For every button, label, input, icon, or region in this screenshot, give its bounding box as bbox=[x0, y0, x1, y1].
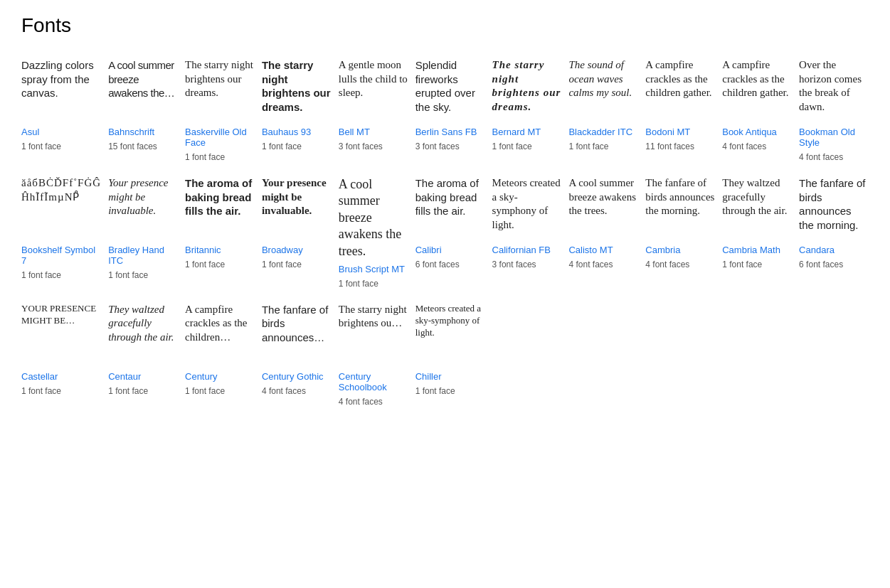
font-faces-centaur: 1 font face bbox=[108, 386, 178, 396]
font-card-britannic: The aroma of baking bread fills the air.… bbox=[185, 176, 255, 289]
font-preview-text-broadway: Your presence might be invaluable. bbox=[262, 176, 332, 218]
font-faces-bookshelf-symbol-7: 1 font face bbox=[21, 270, 101, 280]
font-name-link-berlin-sans-fb[interactable]: Berlin Sans FB bbox=[415, 127, 485, 137]
font-name-link-century[interactable]: Century bbox=[185, 371, 255, 382]
font-faces-century-gothic: 4 font faces bbox=[262, 386, 332, 396]
font-name-link-cambria[interactable]: Cambria bbox=[645, 245, 715, 255]
font-name-link-britannic[interactable]: Britannic bbox=[185, 245, 255, 255]
font-preview-text-century-gothic: The fanfare of birds announces… bbox=[262, 303, 332, 345]
font-preview-text-baskerville-old-face: The starry night brightens our dreams. bbox=[185, 58, 255, 100]
font-preview-bauhaus-93: The starry night brightens our dreams. bbox=[262, 58, 332, 122]
font-name-link-blackadder-itc[interactable]: Blackadder ITC bbox=[568, 127, 638, 137]
font-faces-blackadder-itc: 1 font face bbox=[568, 141, 638, 151]
font-name-link-brush-script-mt[interactable]: Brush Script MT bbox=[339, 264, 408, 274]
font-card-bodoni-mt: A campfire crackles as the children gath… bbox=[645, 58, 715, 162]
font-name-link-chiller[interactable]: Chiller bbox=[415, 371, 485, 382]
font-preview-text-asul: Dazzling colors spray from the canvas. bbox=[21, 58, 101, 100]
font-card-book-antiqua: A campfire crackles as the children gath… bbox=[722, 58, 792, 162]
font-faces-calisto-mt: 4 font faces bbox=[568, 260, 638, 269]
font-faces-cambria-math: 1 font face bbox=[722, 260, 792, 269]
font-name-link-bodoni-mt[interactable]: Bodoni MT bbox=[645, 127, 715, 137]
font-name-link-cambria-math[interactable]: Cambria Math bbox=[722, 245, 792, 255]
font-card-berlin-sans-fb: Splendid fireworks erupted over the sky.… bbox=[415, 58, 485, 162]
font-card-calibri: The aroma of baking bread fills the air.… bbox=[415, 176, 485, 289]
font-preview-century-schoolbook: The starry night brightens ou… bbox=[339, 303, 408, 367]
font-preview-text-bahnschrift: A cool summer breeze awakens the… bbox=[108, 58, 178, 100]
font-preview-broadway: Your presence might be invaluable. bbox=[262, 176, 332, 240]
font-faces-calibri: 6 font faces bbox=[415, 260, 485, 269]
font-preview-candara: The fanfare of birds announces the morni… bbox=[799, 176, 869, 240]
font-preview-bahnschrift: A cool summer breeze awakens the… bbox=[108, 58, 178, 122]
font-name-link-asul[interactable]: Asul bbox=[21, 127, 101, 137]
font-name-link-calibri[interactable]: Calibri bbox=[415, 245, 485, 255]
font-name-link-bernard-mt[interactable]: Bernard MT bbox=[492, 127, 562, 137]
font-name-link-century-schoolbook[interactable]: Century Schoolbook bbox=[339, 371, 408, 392]
font-preview-cambria: The fanfare of birds announces the morni… bbox=[645, 176, 715, 240]
font-card-bernard-mt: The starry night brightens our dreams.Be… bbox=[492, 58, 562, 162]
font-card-century-schoolbook: The starry night brightens ou…Century Sc… bbox=[339, 303, 408, 407]
font-name-link-castellar[interactable]: Castellar bbox=[21, 371, 101, 382]
font-faces-baskerville-old-face: 1 font face bbox=[185, 152, 255, 162]
font-preview-bell-mt: A gentle moon lulls the child to sleep. bbox=[339, 58, 408, 122]
font-name-link-bauhaus-93[interactable]: Bauhaus 93 bbox=[262, 127, 332, 137]
font-faces-bookman-old-style: 4 font faces bbox=[799, 152, 869, 162]
font-faces-bodoni-mt: 11 font faces bbox=[645, 141, 715, 151]
font-name-link-broadway[interactable]: Broadway bbox=[262, 245, 332, 255]
font-card-century-gothic: The fanfare of birds announces…Century G… bbox=[262, 303, 332, 407]
font-card-chiller: Meteors created a sky-symphony of light.… bbox=[415, 303, 485, 407]
font-preview-text-chiller: Meteors created a sky-symphony of light. bbox=[415, 303, 485, 339]
font-name-link-bookman-old-style[interactable]: Bookman Old Style bbox=[799, 127, 869, 148]
font-preview-book-antiqua: A campfire crackles as the children gath… bbox=[722, 58, 792, 122]
font-faces-century-schoolbook: 4 font faces bbox=[339, 397, 408, 407]
font-name-link-bookshelf-symbol-7[interactable]: Bookshelf Symbol 7 bbox=[21, 245, 101, 266]
font-preview-blackadder-itc: The sound of ocean waves calms my soul. bbox=[568, 58, 638, 122]
font-name-link-bell-mt[interactable]: Bell MT bbox=[339, 127, 408, 137]
font-preview-text-century: A campfire crackles as the children… bbox=[185, 303, 255, 345]
font-faces-bauhaus-93: 1 font face bbox=[262, 141, 332, 151]
font-card-cambria-math: They waltzed gracefully through the air.… bbox=[722, 176, 792, 289]
font-preview-text-cambria-math: They waltzed gracefully through the air. bbox=[722, 176, 792, 218]
font-name-link-californian-fb[interactable]: Californian FB bbox=[492, 245, 562, 255]
font-card-bookshelf-symbol-7: ăåбBĊĎFf˚FĠĜ ĤhĨfĨmµNP̊Bookshelf Symbol … bbox=[21, 176, 101, 289]
font-preview-text-blackadder-itc: The sound of ocean waves calms my soul. bbox=[568, 58, 638, 100]
font-name-link-baskerville-old-face[interactable]: Baskerville Old Face bbox=[185, 127, 255, 148]
font-preview-text-berlin-sans-fb: Splendid fireworks erupted over the sky. bbox=[415, 58, 485, 114]
font-card-century: A campfire crackles as the children…Cent… bbox=[185, 303, 255, 407]
font-faces-bahnschrift: 15 font faces bbox=[108, 141, 178, 151]
font-preview-bodoni-mt: A campfire crackles as the children gath… bbox=[645, 58, 715, 122]
font-preview-bookshelf-symbol-7: ăåбBĊĎFf˚FĠĜ ĤhĨfĨmµNP̊ bbox=[21, 176, 101, 240]
font-name-link-calisto-mt[interactable]: Calisto MT bbox=[568, 245, 638, 255]
font-card-bahnschrift: A cool summer breeze awakens the…Bahnsch… bbox=[108, 58, 178, 162]
font-card-cambria: The fanfare of birds announces the morni… bbox=[645, 176, 715, 289]
font-card-calisto-mt: A cool summer breeze awakens the trees.C… bbox=[568, 176, 638, 289]
font-faces-asul: 1 font face bbox=[21, 141, 101, 151]
font-name-link-bahnschrift[interactable]: Bahnschrift bbox=[108, 127, 178, 137]
font-preview-asul: Dazzling colors spray from the canvas. bbox=[21, 58, 101, 122]
font-name-link-centaur[interactable]: Centaur bbox=[108, 371, 178, 382]
font-card-castellar: YOUR PRESENCE MIGHT BE…Castellar1 font f… bbox=[21, 303, 101, 407]
font-preview-californian-fb: Meteors created a sky-symphony of light. bbox=[492, 176, 562, 240]
font-preview-castellar: YOUR PRESENCE MIGHT BE… bbox=[21, 303, 101, 367]
font-name-link-century-gothic[interactable]: Century Gothic bbox=[262, 371, 332, 382]
font-preview-text-bell-mt: A gentle moon lulls the child to sleep. bbox=[339, 58, 408, 100]
font-preview-centaur: They waltzed gracefully through the air. bbox=[108, 303, 178, 367]
font-preview-brush-script-mt: A cool summer breeze awakens the trees. bbox=[339, 176, 408, 260]
font-faces-britannic: 1 font face bbox=[185, 260, 255, 269]
font-faces-berlin-sans-fb: 3 font faces bbox=[415, 141, 485, 151]
font-preview-text-candara: The fanfare of birds announces the morni… bbox=[799, 176, 869, 232]
font-preview-text-bodoni-mt: A campfire crackles as the children gath… bbox=[645, 58, 715, 100]
font-preview-text-centaur: They waltzed gracefully through the air. bbox=[108, 303, 178, 345]
font-name-link-bradley-hand-itc[interactable]: Bradley Hand ITC bbox=[108, 245, 178, 266]
font-name-link-candara[interactable]: Candara bbox=[799, 245, 869, 255]
font-faces-century: 1 font face bbox=[185, 386, 255, 396]
page-title: Fonts bbox=[21, 14, 869, 37]
font-faces-chiller: 1 font face bbox=[415, 386, 485, 396]
font-faces-bell-mt: 3 font faces bbox=[339, 141, 408, 151]
font-preview-bradley-hand-itc: Your presence might be invaluable. bbox=[108, 176, 178, 240]
font-faces-californian-fb: 3 font faces bbox=[492, 260, 562, 269]
font-preview-text-century-schoolbook: The starry night brightens ou… bbox=[339, 303, 408, 331]
font-preview-calibri: The aroma of baking bread fills the air. bbox=[415, 176, 485, 240]
font-faces-broadway: 1 font face bbox=[262, 260, 332, 269]
font-preview-text-britannic: The aroma of baking bread fills the air. bbox=[185, 176, 255, 218]
font-name-link-book-antiqua[interactable]: Book Antiqua bbox=[722, 127, 792, 137]
